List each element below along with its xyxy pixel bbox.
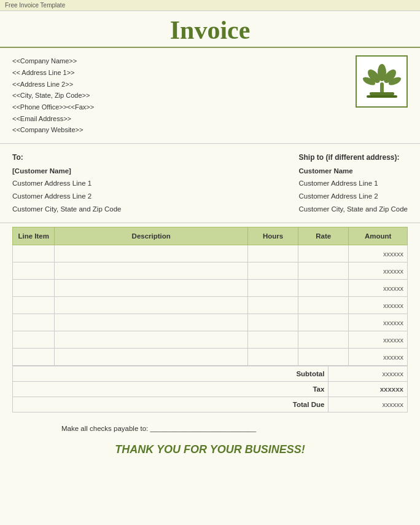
tax-row: Tax xxxxxx (13, 382, 408, 397)
ship-address1: Customer Address Line 1 (299, 177, 408, 190)
cell-lineitem-4 (13, 314, 55, 331)
cell-desc-2 (55, 280, 248, 297)
tax-value: xxxxxx (329, 382, 408, 397)
col-header-description: Description (55, 227, 248, 245)
cell-lineitem-5 (13, 331, 55, 349)
cell-amount-6: xxxxxx (349, 349, 408, 366)
top-bar: Free Invoice Template (0, 0, 420, 11)
bill-to: To: [Customer Name] Customer Address Lin… (12, 151, 121, 215)
cell-hours-0 (248, 245, 298, 262)
cell-lineitem-6 (13, 349, 55, 366)
company-logo-row: <<Company Name>> << Address Line 1>> <<A… (0, 48, 420, 144)
totals-table: Subtotal xxxxxx Tax xxxxxx Total Due xxx… (12, 366, 408, 412)
cell-rate-0 (298, 245, 349, 262)
company-phone: <<Phone Office>><<Fax>> (12, 101, 94, 113)
bill-address1: Customer Address Line 1 (12, 177, 121, 190)
col-header-hours: Hours (248, 227, 298, 245)
company-website: <<Company Website>> (12, 124, 94, 136)
header-section: Invoice (0, 11, 420, 48)
table-row: xxxxxx (13, 245, 408, 262)
invoice-title: Invoice (0, 16, 420, 44)
cell-hours-2 (248, 280, 298, 297)
subtotal-label: Subtotal (13, 366, 329, 382)
cell-hours-4 (248, 314, 298, 331)
cell-hours-3 (248, 297, 298, 314)
col-header-rate: Rate (298, 227, 349, 245)
company-address2: <<Address Line 2>> (12, 79, 94, 90)
cell-desc-5 (55, 331, 248, 349)
cell-desc-3 (55, 297, 248, 314)
table-row: xxxxxx (13, 331, 408, 349)
cell-amount-1: xxxxxx (349, 262, 408, 280)
totaldue-value: xxxxxx (329, 397, 408, 412)
cell-desc-4 (55, 314, 248, 331)
cell-amount-5: xxxxxx (349, 331, 408, 349)
cell-amount-2: xxxxxx (349, 280, 408, 297)
cell-desc-6 (55, 349, 248, 366)
cell-desc-0 (55, 245, 248, 262)
cell-lineitem-1 (13, 262, 55, 280)
cell-lineitem-0 (13, 245, 55, 262)
cell-rate-2 (298, 280, 349, 297)
top-bar-label: Free Invoice Template (5, 2, 65, 9)
cell-hours-5 (248, 331, 298, 349)
totaldue-row: Total Due xxxxxx (13, 397, 408, 412)
footer-section: Make all checks payable to: ____________… (0, 412, 420, 462)
cell-lineitem-3 (13, 297, 55, 314)
company-city: <<City, State, Zip Code>> (12, 90, 94, 101)
table-row: xxxxxx (13, 297, 408, 314)
tax-label: Tax (13, 382, 329, 397)
bill-customer-name: [Customer Name] (12, 165, 121, 178)
cell-rate-3 (298, 297, 349, 314)
totals-section: Subtotal xxxxxx Tax xxxxxx Total Due xxx… (0, 366, 420, 412)
col-header-lineitem: Line Item (13, 227, 55, 245)
company-info: <<Company Name>> << Address Line 1>> <<A… (12, 55, 94, 136)
ship-to: Ship to (if different address): Customer… (299, 151, 408, 215)
cell-rate-1 (298, 262, 349, 280)
invoice-table: Line Item Description Hours Rate Amount … (12, 227, 408, 366)
company-email: <<Email Address>> (12, 113, 94, 125)
logo-svg (360, 60, 403, 103)
bill-address2: Customer Address Line 2 (12, 190, 121, 203)
page-wrapper: Free Invoice Template Invoice <<Company … (0, 0, 420, 525)
cell-rate-6 (298, 349, 349, 366)
ship-city: Customer City, State and Zip Code (299, 203, 408, 216)
col-header-amount: Amount (349, 227, 408, 245)
table-header-row: Line Item Description Hours Rate Amount (13, 227, 408, 245)
bill-to-label: To: (12, 151, 121, 165)
cell-rate-5 (298, 331, 349, 349)
svg-rect-6 (370, 92, 394, 95)
table-row: xxxxxx (13, 280, 408, 297)
cell-amount-4: xxxxxx (349, 314, 408, 331)
subtotal-value: xxxxxx (329, 366, 408, 382)
totaldue-label: Total Due (13, 397, 329, 412)
ship-customer-name: Customer Name (299, 165, 408, 178)
cell-amount-0: xxxxxx (349, 245, 408, 262)
address-section: To: [Customer Name] Customer Address Lin… (0, 144, 420, 223)
subtotal-row: Subtotal xxxxxx (13, 366, 408, 382)
cell-hours-6 (248, 349, 298, 366)
cell-desc-1 (55, 262, 248, 280)
ship-to-label: Ship to (if different address): (299, 151, 408, 165)
company-logo (356, 55, 408, 108)
table-row: xxxxxx (13, 349, 408, 366)
company-address1: << Address Line 1>> (12, 67, 94, 79)
table-row: xxxxxx (13, 314, 408, 331)
cell-hours-1 (248, 262, 298, 280)
thank-you: THANK YOU FOR YOUR BUSINESS! (12, 443, 408, 456)
svg-rect-7 (367, 95, 397, 98)
cell-lineitem-2 (13, 280, 55, 297)
ship-address2: Customer Address Line 2 (299, 190, 408, 203)
cell-amount-3: xxxxxx (349, 297, 408, 314)
table-section: Line Item Description Hours Rate Amount … (0, 227, 420, 366)
bill-city: Customer City, State and Zip Code (12, 203, 121, 216)
checks-payable: Make all checks payable to: ____________… (12, 425, 408, 432)
cell-rate-4 (298, 314, 349, 331)
company-name: <<Company Name>> (12, 55, 94, 67)
table-row: xxxxxx (13, 262, 408, 280)
svg-rect-5 (380, 82, 384, 93)
